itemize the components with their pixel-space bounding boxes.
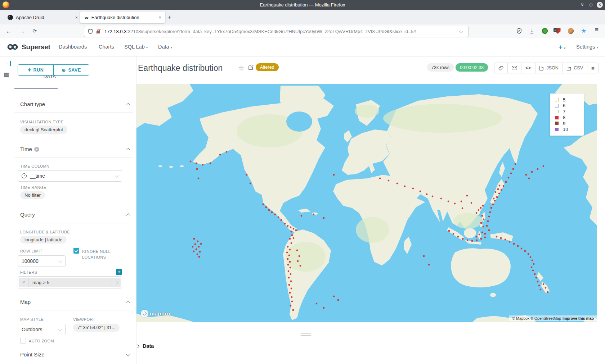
section-point-size[interactable]: Point Size [20, 351, 45, 358]
world-map[interactable] [136, 84, 597, 322]
earthquake-point[interactable] [534, 273, 536, 275]
tab-data[interactable]: DATA [29, 74, 71, 79]
earthquake-point[interactable] [198, 246, 200, 248]
mapbox-logo[interactable]: mapbox [141, 310, 171, 317]
earthquake-point[interactable] [287, 264, 289, 266]
earthquake-point[interactable] [296, 250, 298, 251]
superset-logo-icon[interactable] [5, 42, 20, 53]
earthquake-point[interactable] [291, 288, 292, 290]
cookie-extension-icon[interactable] [566, 27, 575, 36]
earthquake-point[interactable] [286, 252, 288, 254]
tab-apache-druid[interactable]: Apache Druid × [3, 12, 81, 23]
earthquake-point[interactable] [291, 242, 292, 244]
earthquake-point[interactable] [293, 228, 295, 230]
earthquake-point[interactable] [287, 225, 289, 227]
earthquake-point[interactable] [494, 200, 496, 202]
earthquake-point[interactable] [471, 240, 473, 242]
earthquake-point[interactable] [487, 220, 489, 222]
nav-dashboards[interactable]: Dashboards [59, 44, 87, 50]
edit-title-icon[interactable] [248, 64, 254, 72]
earthquake-point[interactable] [287, 246, 289, 248]
earthquake-point[interactable] [210, 163, 211, 164]
earthquake-point[interactable] [481, 232, 483, 233]
earthquake-point[interactable] [194, 244, 196, 245]
earthquake-point[interactable] [287, 258, 289, 260]
earthquake-point[interactable] [532, 260, 533, 261]
export-csv-button[interactable]: .CSV [563, 63, 587, 73]
earthquake-point[interactable] [466, 195, 468, 197]
earthquake-point[interactable] [462, 208, 463, 209]
earthquake-point[interactable] [537, 168, 539, 170]
earthquake-point[interactable] [246, 174, 248, 176]
url-text[interactable]: 172.18.0.3:32108/superset/explore/?form_… [104, 29, 416, 34]
brand-name[interactable]: Superset [22, 43, 50, 51]
earthquake-point[interactable] [404, 186, 406, 187]
earthquake-point[interactable] [197, 241, 199, 242]
collapse-chevron-icon[interactable] [126, 301, 130, 305]
earthquake-point[interactable] [290, 227, 292, 228]
earthquake-point[interactable] [476, 236, 478, 238]
earthquake-point[interactable] [301, 215, 302, 217]
panel-resize-handle[interactable] [301, 333, 311, 337]
lonlat-value[interactable]: longitude | latitude [20, 236, 67, 244]
earthquake-point[interactable] [525, 174, 527, 176]
map-style-select[interactable]: Outdoors [18, 324, 66, 335]
email-button[interactable] [507, 63, 521, 73]
section-query[interactable]: Query [20, 211, 35, 218]
earthquake-point[interactable] [528, 178, 530, 179]
earthquake-point[interactable] [457, 236, 459, 238]
row-limit-select[interactable]: 100000 [18, 255, 66, 267]
earthquake-point[interactable] [484, 237, 486, 238]
earthquake-point[interactable] [476, 240, 478, 241]
earthquake-point[interactable] [291, 231, 292, 233]
earthquake-point[interactable] [479, 234, 480, 236]
earthquake-point[interactable] [483, 219, 485, 220]
new-tab-button[interactable]: + [165, 13, 174, 22]
collapse-chevron-icon[interactable] [126, 213, 130, 217]
earthquake-point[interactable] [531, 267, 533, 268]
earthquake-point[interactable] [271, 211, 273, 213]
earthquake-point[interactable] [198, 256, 200, 258]
earthquake-point[interactable] [192, 246, 194, 248]
earthquake-point[interactable] [284, 223, 286, 225]
nav-sql-lab[interactable]: SQL Lab▾ [124, 44, 148, 50]
earthquake-point[interactable] [316, 303, 318, 305]
legend-item[interactable]: 8 [553, 115, 581, 121]
legend-item[interactable]: 9 [553, 120, 581, 127]
more-options-icon[interactable]: ≡ [587, 63, 599, 73]
earthquake-point[interactable] [288, 255, 290, 256]
dataset-grid-icon[interactable]: ▦ [4, 71, 9, 78]
earthquake-point[interactable] [288, 277, 290, 279]
earthquake-point[interactable] [481, 215, 483, 217]
earthquake-point[interactable] [290, 273, 292, 275]
earthquake-point[interactable] [547, 291, 549, 293]
earthquake-point[interactable] [537, 281, 539, 283]
earthquake-point[interactable] [512, 168, 514, 170]
expand-chevron-icon[interactable] [126, 352, 130, 356]
earthquake-point[interactable] [290, 267, 291, 269]
earthquake-point[interactable] [503, 185, 505, 187]
earthquake-point[interactable] [289, 292, 291, 294]
earthquake-point[interactable] [226, 151, 228, 153]
insecure-lock-icon[interactable] [96, 29, 100, 34]
settings-menu[interactable]: Settings▾ [576, 44, 598, 50]
favorite-star-icon[interactable]: ☆ [238, 64, 244, 72]
earthquake-point[interactable] [476, 212, 478, 214]
protections-shield-icon[interactable] [514, 27, 524, 36]
earthquake-point[interactable] [333, 174, 335, 176]
earthquake-point[interactable] [528, 253, 529, 255]
earthquake-point[interactable] [299, 255, 300, 257]
extension-green-icon[interactable] [540, 27, 550, 36]
time-range-value[interactable]: No filter [20, 191, 45, 199]
earthquake-point[interactable] [193, 238, 195, 240]
earthquake-point[interactable] [488, 229, 490, 231]
earthquake-point[interactable] [467, 240, 469, 241]
earthquake-point[interactable] [530, 256, 532, 258]
earthquake-point[interactable] [289, 249, 291, 251]
section-map[interactable]: Map [20, 299, 31, 305]
earthquake-point[interactable] [482, 205, 484, 207]
deckgl-map[interactable]: 5678910 mapbox © Mapbox © OpenStreetMap … [136, 84, 597, 322]
earthquake-point[interactable] [509, 241, 511, 243]
tab-close-icon[interactable]: × [155, 15, 165, 20]
adblock-extension-icon[interactable]: 2 [553, 27, 563, 36]
